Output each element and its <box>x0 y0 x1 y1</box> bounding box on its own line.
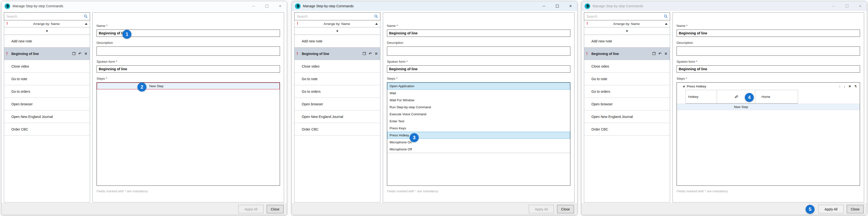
copy-icon[interactable] <box>652 52 655 56</box>
description-label: Description <box>677 41 860 45</box>
minimize-button[interactable] <box>537 1 551 11</box>
copy-icon[interactable] <box>72 52 75 56</box>
arrange-by-header[interactable]: ! Arrange by: Name <box>584 20 670 27</box>
search-input[interactable] <box>586 14 664 19</box>
command-list-item[interactable]: ! Go to note <box>4 73 90 85</box>
collapse-triangle-icon[interactable] <box>683 85 685 87</box>
close-button[interactable] <box>564 1 577 11</box>
command-list-item[interactable]: ! Open New England Journal <box>4 111 90 123</box>
chevron-up-icon <box>375 23 378 25</box>
command-list-item[interactable]: ! Go to orders <box>294 85 380 98</box>
command-list-item[interactable]: ! Go to orders <box>584 85 670 98</box>
command-label: Go to note <box>302 77 317 81</box>
description-field[interactable] <box>677 47 860 56</box>
step-type-label: Execute Voice Command <box>390 112 426 116</box>
search-box[interactable] <box>294 12 380 20</box>
hotkey-param-value[interactable]: Home <box>755 90 798 103</box>
close-button[interactable] <box>274 1 287 11</box>
delete-step-icon[interactable] <box>848 85 851 88</box>
step-type-option[interactable]: Run Step-by-step Command <box>387 104 570 111</box>
spoken-form-field[interactable] <box>387 65 570 73</box>
command-list-item[interactable]: ! Add new note <box>4 35 90 48</box>
command-list-item[interactable]: ! Close video <box>4 60 90 73</box>
add-command-button[interactable]: + <box>294 27 380 35</box>
new-step-row[interactable]: New Step <box>97 83 280 89</box>
pencil-icon[interactable] <box>734 94 738 99</box>
command-list-item[interactable]: ! Order CBC <box>294 123 380 135</box>
undo-icon[interactable] <box>369 52 372 56</box>
command-list-item[interactable]: ! Order CBC <box>4 123 90 135</box>
name-field[interactable] <box>387 30 570 37</box>
description-field[interactable] <box>97 47 280 56</box>
step-type-option[interactable]: Wait <box>387 90 570 97</box>
command-list-item[interactable]: ! Beginning of line <box>584 48 670 60</box>
search-box[interactable] <box>584 12 670 20</box>
close-dialog-button[interactable]: Close <box>557 205 574 213</box>
apply-all-button[interactable]: Apply All <box>529 205 554 213</box>
undo-icon[interactable] <box>79 52 82 56</box>
maximize-button[interactable] <box>551 1 564 11</box>
step-type-option[interactable]: Press Keys <box>387 125 570 132</box>
revert-icon[interactable] <box>854 85 857 88</box>
search-input[interactable] <box>6 14 84 19</box>
arrange-by-header[interactable]: ! Arrange by: Name <box>4 20 90 27</box>
command-list-item[interactable]: ! Add new note <box>584 35 670 48</box>
command-list-item[interactable]: ! Open browser <box>4 98 90 111</box>
close-dialog-button[interactable]: Close <box>847 205 864 213</box>
step-type-option[interactable]: Open Application <box>387 83 570 90</box>
name-field[interactable] <box>677 30 860 37</box>
delete-icon[interactable] <box>664 52 668 56</box>
search-box[interactable] <box>4 12 90 20</box>
search-icon[interactable] <box>374 14 378 19</box>
command-list-item[interactable]: ! Open browser <box>584 98 670 111</box>
command-list-item[interactable]: ! Order CBC <box>584 123 670 135</box>
minimize-button[interactable] <box>247 1 260 11</box>
delete-icon[interactable] <box>375 52 378 56</box>
titlebar[interactable]: Manage Step-by-step Commands <box>292 1 577 11</box>
command-list-item[interactable]: ! Add new note <box>294 35 380 48</box>
command-list-item[interactable]: ! Go to note <box>584 73 670 85</box>
step-type-option[interactable]: Microphone Off <box>387 146 570 153</box>
new-step-row[interactable]: New Step <box>677 104 860 110</box>
delete-icon[interactable] <box>84 52 87 56</box>
titlebar[interactable]: Manage Step-by-step Commands <box>582 1 867 11</box>
step-type-option[interactable]: Enter Text <box>387 118 570 125</box>
maximize-button[interactable] <box>260 1 274 11</box>
command-list-item[interactable]: ! Go to orders <box>4 85 90 98</box>
add-command-button[interactable]: + <box>4 27 90 35</box>
command-list-item[interactable]: ! Open New England Journal <box>294 111 380 123</box>
close-dialog-button[interactable]: Close <box>267 205 284 213</box>
arrange-by-header[interactable]: ! Arrange by: Name <box>294 20 380 27</box>
move-up-icon[interactable] <box>839 85 841 88</box>
spoken-form-field[interactable] <box>677 65 860 73</box>
add-command-button[interactable]: + <box>584 27 670 35</box>
move-down-icon[interactable] <box>844 85 845 88</box>
search-icon[interactable] <box>84 14 88 19</box>
command-list-item[interactable]: ! Beginning of line <box>294 48 380 60</box>
command-detail-panel: Name * Description Spoken form * Steps *… <box>92 12 284 203</box>
command-label: Open New England Journal <box>591 115 633 119</box>
command-list-item[interactable]: ! Close video <box>294 60 380 73</box>
command-list-item[interactable]: ! Beginning of line <box>4 48 90 60</box>
copy-icon[interactable] <box>363 52 366 56</box>
search-input[interactable] <box>297 14 374 19</box>
step-type-option[interactable]: Wait For Window <box>387 97 570 104</box>
maximize-icon <box>556 5 559 7</box>
description-field[interactable] <box>387 47 570 56</box>
step-item-title: Press Hotkey <box>687 85 706 88</box>
maximize-button[interactable] <box>840 1 854 11</box>
step-type-option[interactable]: Execute Voice Command <box>387 111 570 118</box>
apply-all-button[interactable]: Apply All <box>818 205 843 213</box>
command-list-item[interactable]: ! Close video <box>584 60 670 73</box>
spoken-form-field[interactable] <box>97 65 280 73</box>
search-icon[interactable] <box>664 14 668 19</box>
command-list-item[interactable]: ! Open New England Journal <box>584 111 670 123</box>
minimize-button[interactable] <box>827 1 840 11</box>
apply-all-button[interactable]: Apply All <box>238 205 264 213</box>
undo-icon[interactable] <box>658 52 661 56</box>
command-list-item[interactable]: ! Go to note <box>294 73 380 85</box>
titlebar[interactable]: Manage Step-by-step Commands <box>1 1 287 11</box>
step-item-header[interactable]: Press Hotkey <box>677 83 860 90</box>
close-button[interactable] <box>854 1 867 11</box>
command-list-item[interactable]: ! Open browser <box>294 98 380 111</box>
